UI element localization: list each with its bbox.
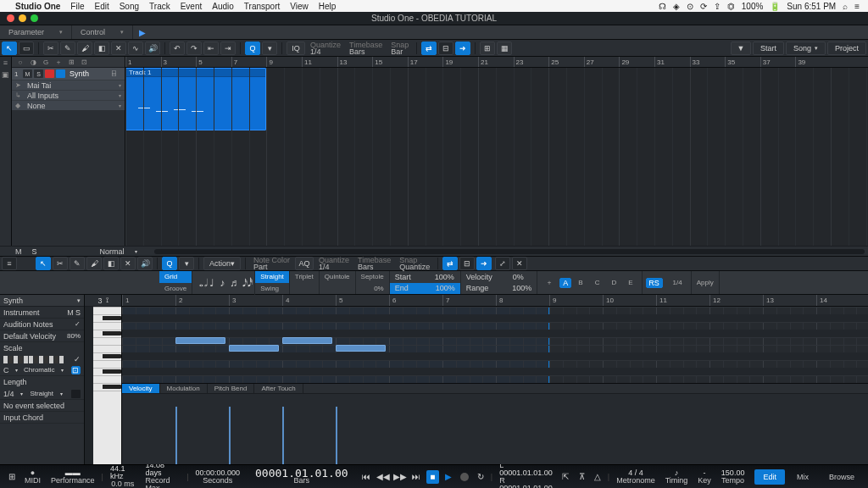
insp-mute[interactable]: M — [67, 308, 74, 317]
swing-value[interactable]: 0% — [356, 283, 389, 295]
battery-icon[interactable]: 🔋 — [766, 2, 783, 11]
input-select[interactable]: ↳All Inputs▾ — [12, 90, 125, 100]
aq-button[interactable]: AQ — [295, 257, 314, 270]
instrument-icon[interactable]: ⌸ — [112, 69, 122, 78]
rw-button[interactable]: ◀◀ — [376, 470, 390, 484]
quant-width[interactable]: 1/4 — [668, 277, 687, 289]
default-velocity-value[interactable]: 80% — [67, 332, 81, 340]
apply-button[interactable]: Apply — [692, 277, 719, 289]
preset-a[interactable]: A — [559, 278, 571, 288]
nav-start[interactable]: ⇤ — [203, 42, 219, 55]
swing-label[interactable]: Swing — [255, 283, 289, 295]
ed-quantize-dropdown[interactable]: Quantize1/4 — [315, 257, 353, 270]
editor-panel-icon[interactable]: ≡ — [2, 257, 17, 270]
quant-start[interactable]: Start100% — [390, 271, 460, 283]
automation-mode[interactable]: Normal — [100, 247, 125, 256]
nav-back[interactable]: ↶ — [170, 42, 185, 55]
monitor-button[interactable] — [56, 69, 65, 78]
ed-erase-tool[interactable]: ◧ — [103, 257, 119, 270]
arrow-tool[interactable]: ↖ — [2, 42, 17, 55]
preroll-icon[interactable]: ⊼ — [576, 470, 588, 484]
ed-expand-icon[interactable]: ⤢ — [495, 257, 510, 270]
autoscroll-toggle[interactable]: ⇄ — [421, 42, 437, 55]
arrange-ruler[interactable]: 13579111315171921232527293133353739 — [125, 57, 868, 68]
insp-solo[interactable]: S — [75, 308, 81, 317]
menu-song[interactable]: Song — [114, 2, 144, 11]
play-button[interactable]: ▶ — [442, 470, 455, 484]
automation-icon[interactable]: ○ — [15, 58, 25, 66]
quant-range[interactable]: Range100% — [461, 283, 537, 295]
add-track-icon[interactable]: ＋ — [53, 58, 64, 66]
action-menu[interactable]: Action ▾ — [203, 257, 241, 270]
global-mute[interactable]: M — [15, 247, 22, 256]
mute-tool[interactable]: ✕ — [111, 42, 126, 55]
snap-dropdown[interactable]: SnapBar — [387, 42, 412, 55]
menu-edit[interactable]: Edit — [89, 2, 114, 11]
part-name[interactable]: Synth — [3, 297, 23, 305]
nav-end[interactable]: ⇥ — [220, 42, 236, 55]
ed-close-icon[interactable]: ✕ — [512, 257, 527, 270]
paint-tool[interactable]: 🖌 — [77, 42, 92, 55]
close-window[interactable] — [7, 14, 14, 22]
ed-mute-tool[interactable]: ✕ — [120, 257, 136, 270]
tray-icon[interactable]: ◈ — [670, 2, 683, 11]
ed-snap-opts[interactable]: ▾ — [179, 257, 194, 270]
velocity-tab[interactable]: Velocity — [122, 384, 160, 393]
piano-keyboard[interactable] — [85, 307, 121, 464]
dup-track-icon[interactable]: ⊞ — [66, 58, 76, 66]
ed-snap-dropdown[interactable]: SnapQuantize — [396, 257, 433, 270]
add-preset-icon[interactable]: ＋ — [541, 277, 558, 289]
loop-end[interactable]: 00001.01.01.00 — [499, 484, 553, 489]
preset-e[interactable]: E — [623, 277, 637, 289]
scale-root[interactable]: C — [3, 366, 9, 374]
browse-view-button[interactable]: Browse — [821, 469, 863, 485]
record-arm[interactable] — [45, 69, 54, 78]
septole-button[interactable]: Septole — [356, 271, 389, 283]
global-solo[interactable]: S — [32, 247, 37, 256]
minimize-window[interactable] — [19, 14, 26, 22]
scale-check[interactable]: ✓ — [74, 355, 81, 363]
panel-toggle-icon[interactable]: ⊞ — [5, 470, 18, 484]
mix-view-button[interactable]: Mix — [788, 469, 817, 485]
ed-arrow-tool[interactable]: ↖ — [36, 257, 51, 270]
del-track-icon[interactable]: ⊡ — [79, 58, 89, 66]
zoom-window[interactable] — [31, 14, 38, 22]
parameter-dropdown[interactable]: Parameter — [0, 25, 72, 39]
grid-tab[interactable]: Grid — [159, 271, 192, 283]
audition-check[interactable]: ✓ — [75, 320, 81, 328]
triplet-button[interactable]: Triplet — [290, 271, 319, 283]
ed-autoscroll[interactable]: ⇄ — [442, 257, 458, 270]
listen-tool[interactable]: 🔊 — [145, 42, 160, 55]
metronome-icon[interactable]: ▼ — [731, 42, 751, 55]
length-mode[interactable]: Straight — [30, 390, 53, 397]
menu-help[interactable]: Help — [314, 2, 342, 11]
start-page-button[interactable]: Start — [753, 42, 784, 55]
tray-icon[interactable]: ⟳ — [697, 2, 710, 11]
bend-tool[interactable]: ∿ — [128, 42, 143, 55]
rewind-button[interactable]: ⏮ — [360, 470, 373, 484]
song-page-button[interactable]: Song▾ — [786, 42, 826, 55]
groove-tab[interactable]: Groove — [159, 283, 192, 295]
stop-button[interactable]: ■ — [426, 470, 439, 484]
ed-follow[interactable]: ➜ — [476, 257, 492, 270]
quintole-button[interactable]: Quintole — [320, 271, 355, 283]
track-synth[interactable]: 1 M S Synth ⌸ ➤Mai Tai▾ ↳All Inputs▾ ◆No… — [12, 68, 125, 111]
menu-track[interactable]: Track — [144, 2, 175, 11]
modulation-tab[interactable]: Modulation — [160, 384, 208, 393]
ed-link[interactable]: ⊟ — [459, 257, 475, 270]
ed-listen-tool[interactable]: 🔊 — [137, 257, 153, 270]
track-name[interactable]: Synth — [67, 69, 110, 78]
edit-view-button[interactable]: Edit — [754, 469, 785, 485]
menu-studio-one[interactable]: Studio One — [10, 2, 65, 11]
iq-button[interactable]: IQ — [287, 42, 305, 55]
arrange-scrollbar[interactable] — [154, 249, 865, 254]
aftertouch-tab[interactable]: After Touch — [254, 384, 303, 393]
ff-button[interactable]: ▶▶ — [393, 470, 407, 484]
control-dropdown[interactable]: Control — [72, 25, 133, 39]
straight-button[interactable]: Straight — [255, 271, 289, 283]
menu-file[interactable]: File — [65, 2, 89, 11]
nav-fwd[interactable]: ↷ — [186, 42, 202, 55]
ed-snap-toggle[interactable]: Q — [162, 257, 177, 270]
preset-d[interactable]: D — [606, 277, 621, 289]
ed-timebase-dropdown[interactable]: TimebaseBars — [354, 257, 394, 270]
